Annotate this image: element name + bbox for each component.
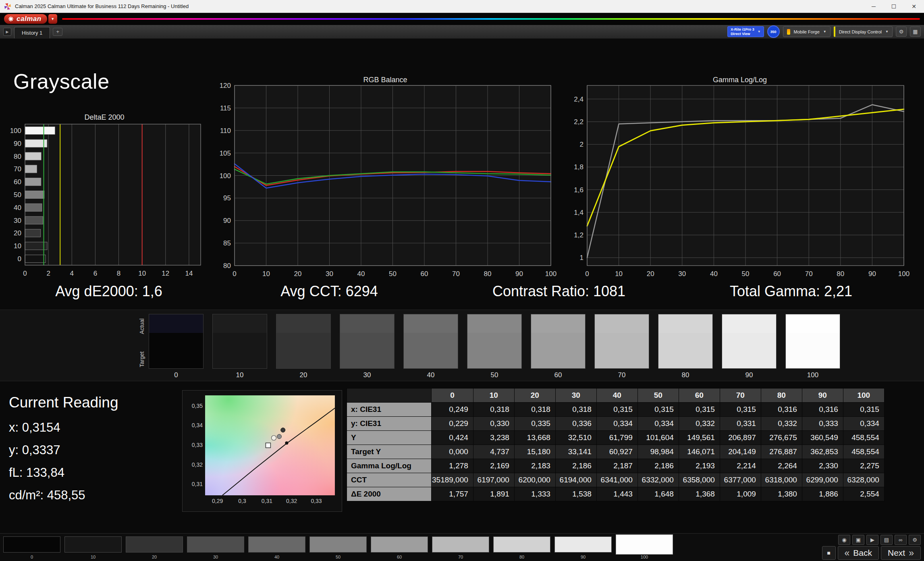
meter-status-badge[interactable]: 350 (767, 25, 780, 38)
stop-button[interactable]: ■ (822, 546, 836, 560)
table-col-header: 80 (761, 389, 802, 403)
patch-actual (658, 314, 712, 333)
cie-point-dot-black (285, 441, 288, 445)
svg-text:70: 70 (805, 270, 813, 278)
reading-cdm2: cd/m²: 458,55 (9, 488, 85, 503)
svg-text:40: 40 (14, 204, 21, 212)
cie-point-circle-gray (277, 434, 282, 439)
pattern-button-50[interactable] (309, 536, 367, 553)
fast-forward-icon: » (909, 549, 914, 558)
pattern-button-70[interactable] (432, 536, 489, 553)
patch-actual (722, 314, 776, 333)
svg-text:50: 50 (14, 191, 21, 199)
grayscale-patch-70 (594, 314, 649, 369)
table-col-header: 20 (514, 389, 555, 403)
pattern-button-90[interactable] (554, 536, 612, 553)
settings-icon[interactable]: ⚙ (909, 535, 921, 545)
measurement-table: 0102030405060708090100x: CIE310,2490,318… (347, 388, 885, 501)
gear-icon[interactable]: ⚙ (896, 27, 907, 37)
svg-text:90: 90 (868, 270, 876, 278)
table-col-header: 0 (432, 389, 473, 403)
rewind-icon: « (845, 549, 850, 558)
tab-history-1[interactable]: History 1 (14, 27, 50, 38)
svg-text:80: 80 (223, 262, 231, 270)
transport-nav-row: ■ « Back Next » (822, 546, 921, 560)
svg-text:80: 80 (837, 270, 844, 278)
table-cell: 13,668 (514, 431, 555, 445)
pattern-button-20[interactable] (126, 536, 183, 553)
deltae-bar-100 (25, 127, 55, 134)
pattern-button-80[interactable] (493, 536, 550, 553)
svg-text:20: 20 (294, 270, 302, 278)
pattern-button-60[interactable] (371, 536, 428, 553)
pattern-icon[interactable]: ▤ (880, 535, 893, 545)
source-dropdown[interactable]: Mobile Forge ▼ (783, 26, 831, 37)
patch-level-label: 90 (722, 371, 777, 379)
svg-text:40: 40 (710, 270, 718, 278)
history-nav-button[interactable]: ▶ (3, 28, 11, 36)
back-button[interactable]: « Back (838, 546, 879, 560)
display-control-label: Direct Display Control (839, 29, 882, 34)
grayscale-patch-100 (785, 314, 840, 369)
cie-overlay (205, 395, 335, 495)
pattern-button-label: 30 (187, 555, 244, 559)
patch-level-label: 30 (340, 371, 395, 379)
pattern-button-0[interactable] (3, 536, 60, 553)
deltae-bar-70 (25, 165, 37, 173)
table-cell: 1,333 (514, 487, 555, 501)
patch-target (658, 333, 712, 368)
snapshot-icon[interactable]: ◉ (838, 535, 850, 545)
table-cell: 0,336 (555, 417, 596, 431)
table-cell: 0,334 (843, 417, 884, 431)
calman-logo[interactable]: calman (4, 14, 47, 24)
deltae-bar-30 (25, 216, 43, 224)
tab-label: History 1 (22, 30, 42, 36)
table-row: Y0,4243,23813,66832,51061,799101,604149,… (347, 431, 885, 445)
layout-icon[interactable]: ▦ (910, 27, 921, 37)
table-cell: 6200,000 (514, 473, 555, 487)
table-cell: 0,330 (473, 417, 514, 431)
svg-text:100: 100 (10, 127, 21, 135)
table-row: x: CIE310,2490,3180,3180,3180,3150,3150,… (347, 403, 885, 417)
play-icon[interactable]: ▶ (866, 535, 878, 545)
pattern-button-30[interactable] (187, 536, 244, 553)
pattern-button-10[interactable] (64, 536, 122, 553)
svg-text:4: 4 (70, 270, 74, 277)
add-tab-button[interactable]: + (53, 28, 62, 36)
patch-actual (595, 314, 649, 333)
pattern-button-40[interactable] (248, 536, 305, 553)
close-button[interactable]: ✕ (904, 0, 924, 12)
minimize-button[interactable]: ─ (864, 0, 884, 12)
table-cell: 60,927 (596, 445, 637, 459)
table-cell: 2,264 (761, 459, 802, 473)
table-row-label: CCT (347, 473, 432, 487)
meter-dropdown[interactable]: X-Rite i1Pro 3 Direct View ▼ (727, 26, 764, 37)
table-cell: 204,149 (720, 445, 761, 459)
window-title: Calman 2025 Calman Ultimate for Business… (15, 3, 189, 9)
patch-target (786, 333, 840, 368)
flag-icon[interactable]: ▣ (852, 535, 864, 545)
table-cell: 6318,000 (761, 473, 802, 487)
table-cell: 360,549 (802, 431, 843, 445)
next-button[interactable]: Next » (881, 546, 921, 560)
table-col-header: 50 (637, 389, 679, 403)
patch-actual (531, 314, 585, 333)
cie-xtick: 0,3 (233, 498, 251, 504)
pattern-button-100[interactable] (616, 534, 673, 555)
table-cell: 458,554 (843, 431, 884, 445)
pattern-button-label: 60 (371, 555, 428, 559)
logo-menu-caret[interactable]: ▼ (48, 14, 57, 24)
display-control-dropdown[interactable]: Direct Display Control ▼ (834, 26, 893, 37)
svg-text:1,6: 1,6 (574, 186, 583, 194)
cie-point-circle-open (272, 436, 276, 440)
continuous-icon[interactable]: ∞ (895, 535, 907, 545)
svg-text:80: 80 (14, 153, 21, 160)
svg-text:115: 115 (220, 104, 231, 112)
pattern-button-label: 80 (493, 555, 550, 559)
table-cell: 146,071 (679, 445, 720, 459)
table-cell: 33,141 (555, 445, 596, 459)
maximize-button[interactable]: ☐ (884, 0, 904, 12)
table-cell: 0,316 (802, 403, 843, 417)
cie-xtick: 0,33 (307, 498, 325, 504)
stat-avg-de2000: Avg dE2000: 1,6 (55, 283, 162, 300)
